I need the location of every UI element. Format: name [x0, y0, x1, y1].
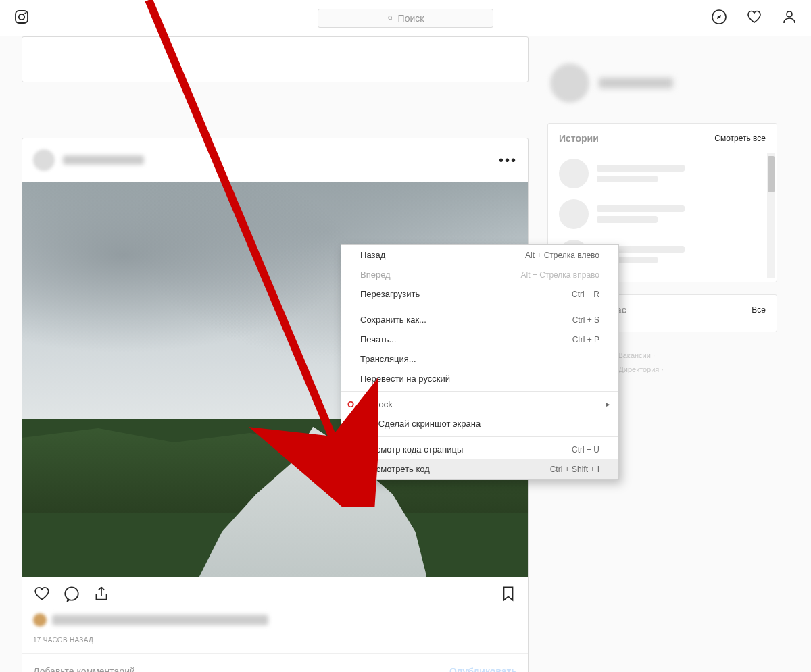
context-menu: НазадAlt + Стрелка влевоВпередAlt + Стре…	[341, 244, 619, 480]
context-menu-item[interactable]: ПерезагрузитьCtrl + R	[341, 284, 618, 304]
post-actions	[22, 577, 528, 611]
likes-row	[22, 611, 528, 629]
nav-icons	[711, 9, 797, 28]
context-menu-item[interactable]: Перевести на русский	[341, 369, 618, 388]
story-item[interactable]	[559, 194, 766, 234]
context-menu-item[interactable]: ◆Joxi Сделай скриншот экрана	[341, 414, 618, 434]
menu-item-label: Joxi Сделай скриншот экрана	[360, 419, 481, 429]
scrollbar[interactable]	[767, 153, 775, 278]
context-menu-item[interactable]: НазадAlt + Стрелка влево	[341, 245, 618, 265]
profile-avatar	[550, 63, 589, 103]
menu-item-label: Трансляция...	[360, 354, 416, 364]
profile-summary[interactable]	[547, 57, 777, 123]
menu-item-label: Вперед	[360, 269, 391, 280]
context-menu-item[interactable]: Просмотреть кодCtrl + Shift + I	[341, 459, 618, 479]
more-options-icon[interactable]: •••	[499, 153, 517, 168]
post-author[interactable]	[33, 149, 144, 171]
bookmark-icon[interactable]	[499, 585, 517, 605]
comment-icon[interactable]	[63, 585, 80, 605]
adblock-icon: O	[345, 399, 356, 410]
heart-icon[interactable]	[746, 9, 762, 28]
search-input[interactable]: Поиск	[318, 9, 493, 28]
menu-item-label: Печать...	[360, 334, 396, 344]
stories-see-all-link[interactable]: Смотреть все	[714, 134, 766, 143]
menu-item-label: Просмотреть код	[360, 464, 430, 474]
menu-item-shortcut: Ctrl + U	[572, 445, 599, 455]
menu-item-label: Перевести на русский	[360, 373, 450, 384]
svg-marker-6	[717, 15, 721, 19]
stories-title: Истории	[559, 133, 599, 144]
username-blurred	[63, 155, 144, 165]
context-menu-item[interactable]: OAdBlock	[341, 394, 618, 414]
context-menu-item: ВпередAlt + Стрелка вправо	[341, 265, 618, 284]
joxi-icon: ◆	[345, 419, 356, 430]
context-menu-item[interactable]: Печать...Ctrl + P	[341, 330, 618, 349]
share-icon[interactable]	[93, 585, 110, 605]
svg-rect-0	[16, 11, 28, 23]
svg-point-3	[388, 16, 391, 19]
context-menu-item[interactable]: Сохранить как...Ctrl + S	[341, 310, 618, 330]
menu-item-shortcut: Ctrl + R	[572, 290, 599, 299]
menu-item-shortcut: Ctrl + Shift + I	[550, 465, 599, 474]
story-item[interactable]	[559, 153, 766, 194]
menu-item-label: Перезагрузить	[360, 289, 420, 299]
add-comment-row: Добавьте комментарий... Опубликовать	[22, 653, 528, 672]
menu-item-label: Назад	[360, 250, 385, 260]
likes-text-blurred	[52, 615, 268, 625]
post-timestamp: 17 ЧАСОВ НАЗАД	[22, 629, 528, 653]
svg-point-2	[24, 12, 26, 14]
liker-avatar	[33, 613, 47, 627]
menu-item-shortcut: Ctrl + S	[572, 315, 599, 325]
svg-line-4	[391, 19, 393, 20]
explore-icon[interactable]	[711, 9, 727, 28]
prev-post-bottom	[22, 36, 529, 82]
menu-item-label: Сохранить как...	[360, 315, 426, 325]
context-menu-item[interactable]: Трансляция...	[341, 349, 618, 369]
post-header: •••	[22, 138, 528, 182]
svg-point-7	[787, 11, 792, 17]
menu-item-shortcut: Ctrl + P	[572, 335, 599, 344]
logo-icon[interactable]	[14, 9, 30, 28]
publish-button[interactable]: Опубликовать	[449, 666, 517, 672]
search-placeholder: Поиск	[398, 13, 424, 24]
recs-all-link[interactable]: Все	[752, 305, 766, 315]
svg-point-1	[19, 14, 24, 19]
profile-name-blurred	[599, 78, 673, 88]
search-icon	[387, 15, 394, 22]
avatar	[33, 149, 55, 171]
context-menu-item[interactable]: Просмотр кода страницыCtrl + U	[341, 440, 618, 459]
profile-icon[interactable]	[781, 9, 797, 28]
menu-item-label: AdBlock	[360, 399, 393, 409]
menu-item-shortcut: Alt + Стрелка вправо	[521, 270, 599, 280]
menu-item-shortcut: Alt + Стрелка влево	[525, 251, 599, 260]
comment-input[interactable]: Добавьте комментарий...	[33, 666, 143, 672]
top-nav: Поиск	[0, 0, 811, 36]
like-icon[interactable]	[33, 585, 51, 605]
menu-item-label: Просмотр кода страницы	[360, 444, 463, 455]
